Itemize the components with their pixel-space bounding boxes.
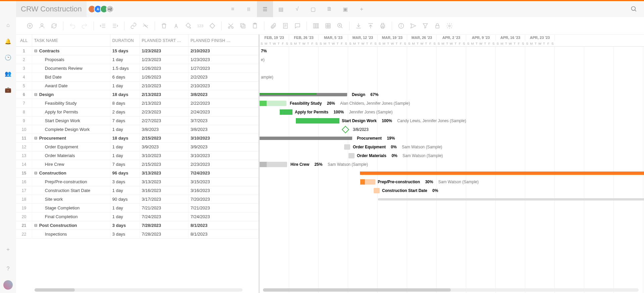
view-tabs: ≡ ⫼ ☰ ▤ √ ▢ 🗎 ▣ ＋: [225, 1, 370, 17]
task-row[interactable]: 5Award Date1 day2/10/20232/10/2023: [16, 82, 259, 90]
column-finish[interactable]: PLANNED FINISH …: [189, 35, 259, 46]
sheet-view-tab[interactable]: ▤: [273, 1, 289, 17]
assign-button[interactable]: [37, 21, 47, 31]
dashboard-view-tab[interactable]: ▣: [337, 1, 354, 17]
project-title[interactable]: CRW Construction: [16, 1, 87, 17]
column-start[interactable]: PLANNED START …: [140, 35, 189, 46]
task-row[interactable]: 9Start Design Work7 days2/27/20233/7/202…: [16, 116, 259, 125]
gantt-view-tab[interactable]: ☰: [257, 1, 273, 17]
collapse-icon[interactable]: ⊟: [34, 171, 37, 175]
task-row[interactable]: 16Prep/Pre-construction3 days3/13/20233/…: [16, 178, 259, 186]
svg-line-3: [635, 10, 636, 11]
grid-button[interactable]: [323, 21, 333, 31]
indent-button[interactable]: [110, 21, 120, 31]
column-all[interactable]: ALL: [16, 35, 32, 46]
recent-icon[interactable]: 🕒: [0, 49, 16, 65]
print-button[interactable]: [378, 21, 388, 31]
project-members[interactable]: A +2: [87, 5, 114, 13]
info-button[interactable]: [396, 21, 406, 31]
task-row[interactable]: 12Order Equipment1 day3/9/20233/9/2023: [16, 143, 259, 151]
collapse-icon[interactable]: ⊟: [34, 223, 37, 228]
columns-button[interactable]: [311, 21, 321, 31]
notifications-icon[interactable]: 🔔: [0, 33, 16, 49]
task-row[interactable]: 21⊟Post Construction3 days7/28/20238/1/2…: [16, 221, 259, 230]
import-button[interactable]: [354, 21, 364, 31]
task-row[interactable]: 13Order Materials1 day3/10/20233/10/2023: [16, 151, 259, 160]
task-row[interactable]: 15⊟Construction96 days3/13/20237/24/2023: [16, 169, 259, 178]
delete-button[interactable]: [159, 21, 169, 31]
help-icon[interactable]: ?: [0, 261, 16, 277]
home-icon[interactable]: ⌂: [0, 17, 16, 33]
svg-rect-21: [242, 25, 245, 28]
collapse-icon[interactable]: ⊟: [34, 136, 37, 140]
timeline-week: MAR, 19 '23: [378, 35, 407, 41]
collapse-icon[interactable]: ⊟: [34, 49, 37, 53]
link-button[interactable]: [128, 21, 139, 31]
share-button[interactable]: [408, 21, 418, 31]
calendar-view-tab[interactable]: ▢: [305, 1, 321, 17]
settings-button[interactable]: [444, 21, 454, 31]
task-row[interactable]: 8Apply for Permits2 days2/23/20232/24/20…: [16, 108, 259, 116]
task-row[interactable]: 3Documents Review1.5 days1/26/20231/27/2…: [16, 64, 259, 73]
grid-horizontal-scrollbar[interactable]: [35, 288, 243, 292]
filter-button[interactable]: [420, 21, 430, 31]
column-name[interactable]: TASK NAME: [32, 35, 110, 46]
redo-button[interactable]: [79, 21, 90, 31]
svg-point-48: [449, 25, 450, 27]
unlink-button[interactable]: [141, 21, 151, 31]
undo-button[interactable]: [67, 21, 77, 31]
gantt-chart: FEB, 19 '23FEB, 26 '23MAR, 5 '23MAR, 12 …: [260, 35, 644, 293]
timeline-week: MAR, 12 '23: [348, 35, 378, 41]
svg-rect-47: [436, 26, 439, 28]
task-row[interactable]: 4Bid Date6 days1/26/20232/2/2023: [16, 73, 259, 82]
activity-view-tab[interactable]: √: [289, 1, 305, 17]
task-row[interactable]: 11⊟Procurement18 days2/15/20233/10/2023: [16, 134, 259, 143]
export-button[interactable]: [366, 21, 376, 31]
recurring-button[interactable]: [49, 21, 59, 31]
lock-button[interactable]: [432, 21, 442, 31]
zoom-button[interactable]: [335, 21, 345, 31]
task-row[interactable]: 20Final Completion1 day7/24/20237/24/202…: [16, 212, 259, 221]
gantt-horizontal-scrollbar[interactable]: [263, 288, 639, 292]
copy-button[interactable]: [238, 21, 248, 31]
text-color-button[interactable]: [171, 21, 181, 31]
column-duration[interactable]: DURATION: [110, 35, 140, 46]
svg-rect-30: [315, 23, 317, 28]
portfolio-icon[interactable]: 💼: [0, 82, 16, 98]
task-grid: ALL TASK NAME DURATION PLANNED START … P…: [16, 35, 260, 293]
task-row[interactable]: 19Stage Completion1 day7/21/20237/21/202…: [16, 204, 259, 212]
search-icon[interactable]: [628, 3, 640, 15]
task-row[interactable]: 22Inspections3 days7/28/20238/1/2023: [16, 230, 259, 239]
files-view-tab[interactable]: 🗎: [321, 1, 337, 17]
task-row[interactable]: 10Complete Design Work1 day3/8/20233/8/2…: [16, 125, 259, 134]
svg-point-2: [632, 7, 636, 11]
collapse-icon[interactable]: ⊟: [34, 92, 37, 97]
clear-format-button[interactable]: 123: [195, 21, 205, 31]
fill-color-button[interactable]: [183, 21, 193, 31]
outdent-button[interactable]: [98, 21, 108, 31]
task-row[interactable]: 7Feasibility Study8 days2/13/20232/22/20…: [16, 99, 259, 108]
attachment-button[interactable]: [268, 21, 278, 31]
add-view-tab[interactable]: ＋: [354, 1, 370, 17]
current-user-avatar[interactable]: [3, 280, 13, 290]
board-view-tab[interactable]: ⫼: [241, 1, 257, 17]
list-view-tab[interactable]: ≡: [225, 1, 241, 17]
team-icon[interactable]: 👥: [0, 65, 16, 82]
add-icon[interactable]: ＋: [0, 241, 16, 257]
comment-button[interactable]: [292, 21, 303, 31]
svg-point-16: [190, 27, 191, 28]
task-row[interactable]: 17Construction Start Date1 day3/16/20233…: [16, 186, 259, 195]
timeline-week: APR, 2 '23: [437, 35, 466, 41]
notes-button[interactable]: [280, 21, 290, 31]
grid-header: ALL TASK NAME DURATION PLANNED START … P…: [16, 35, 259, 47]
tag-button[interactable]: [207, 21, 217, 31]
left-sidebar: ⌂ 🔔 🕒 👥 💼 ＋ ?: [0, 1, 16, 293]
paste-button[interactable]: [250, 21, 260, 31]
task-row[interactable]: 6⊟Design18 days2/13/20233/8/2023: [16, 90, 259, 99]
cut-button[interactable]: [226, 21, 236, 31]
task-row[interactable]: 2Proposals1 day1/23/20231/23/2023: [16, 55, 259, 64]
task-row[interactable]: 1⊟Contracts15 days1/23/20232/10/2023: [16, 47, 259, 55]
task-row[interactable]: 14Hire Crew7 days2/15/20232/23/2023: [16, 160, 259, 169]
task-row[interactable]: 18Site work90 days3/17/20237/20/2023: [16, 195, 259, 204]
add-task-button[interactable]: [25, 21, 35, 31]
